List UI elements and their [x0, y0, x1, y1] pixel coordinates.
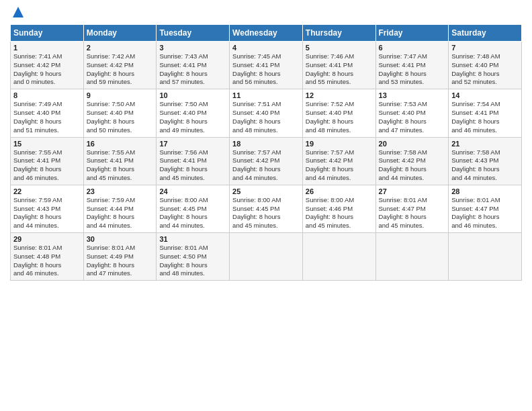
day-number: 25: [232, 187, 300, 195]
calendar-cell: 17Sunrise: 7:56 AMSunset: 4:41 PMDayligh…: [157, 137, 230, 185]
calendar-table: SundayMondayTuesdayWednesdayThursdayFrid…: [10, 24, 522, 281]
day-number: 1: [13, 44, 81, 52]
calendar-cell: 12Sunrise: 7:52 AMSunset: 4:40 PMDayligh…: [302, 89, 375, 137]
day-number: 13: [379, 91, 446, 99]
header: [10, 7, 522, 19]
day-number: 12: [306, 91, 373, 99]
calendar-week-3: 15Sunrise: 7:55 AMSunset: 4:41 PMDayligh…: [11, 137, 522, 185]
calendar-cell: 18Sunrise: 7:57 AMSunset: 4:42 PMDayligh…: [230, 137, 303, 185]
calendar-cell: 13Sunrise: 7:53 AMSunset: 4:40 PMDayligh…: [375, 89, 449, 137]
day-number: 4: [232, 44, 300, 52]
day-number: 19: [306, 140, 373, 148]
calendar-cell: 11Sunrise: 7:51 AMSunset: 4:40 PMDayligh…: [230, 89, 303, 137]
calendar-cell: 27Sunrise: 8:01 AMSunset: 4:47 PMDayligh…: [375, 185, 449, 232]
calendar-cell: 7Sunrise: 7:48 AMSunset: 4:40 PMDaylight…: [449, 42, 522, 89]
calendar-header-row: SundayMondayTuesdayWednesdayThursdayFrid…: [11, 25, 522, 42]
calendar-page: SundayMondayTuesdayWednesdayThursdayFrid…: [0, 0, 532, 411]
day-number: 11: [232, 91, 300, 99]
day-info: Sunrise: 7:48 AMSunset: 4:40 PMDaylight:…: [451, 52, 519, 87]
day-info: Sunrise: 7:56 AMSunset: 4:41 PMDaylight:…: [159, 148, 226, 183]
day-info: Sunrise: 7:54 AMSunset: 4:41 PMDaylight:…: [451, 100, 519, 134]
day-number: 5: [306, 44, 373, 52]
calendar-cell: 15Sunrise: 7:55 AMSunset: 4:41 PMDayligh…: [11, 137, 84, 185]
calendar-cell: 19Sunrise: 7:57 AMSunset: 4:42 PMDayligh…: [302, 137, 375, 185]
day-info: Sunrise: 7:50 AMSunset: 4:40 PMDaylight:…: [87, 100, 154, 134]
day-info: Sunrise: 7:53 AMSunset: 4:40 PMDaylight:…: [379, 100, 446, 134]
calendar-cell: 30Sunrise: 8:01 AMSunset: 4:49 PMDayligh…: [83, 233, 157, 281]
calendar-cell: 20Sunrise: 7:58 AMSunset: 4:42 PMDayligh…: [375, 137, 449, 185]
day-info: Sunrise: 7:42 AMSunset: 4:42 PMDaylight:…: [87, 52, 154, 87]
day-number: 8: [13, 91, 81, 99]
calendar-cell: 9Sunrise: 7:50 AMSunset: 4:40 PMDaylight…: [83, 89, 157, 137]
day-info: Sunrise: 7:58 AMSunset: 4:43 PMDaylight:…: [451, 148, 519, 183]
day-number: 6: [379, 44, 446, 52]
day-info: Sunrise: 7:58 AMSunset: 4:42 PMDaylight:…: [379, 148, 446, 183]
day-number: 21: [451, 140, 519, 148]
calendar-week-2: 8Sunrise: 7:49 AMSunset: 4:40 PMDaylight…: [11, 89, 522, 137]
day-number: 9: [87, 91, 154, 99]
day-number: 26: [306, 187, 373, 195]
day-info: Sunrise: 7:51 AMSunset: 4:40 PMDaylight:…: [232, 100, 300, 134]
calendar-cell: 10Sunrise: 7:50 AMSunset: 4:40 PMDayligh…: [157, 89, 230, 137]
day-info: Sunrise: 7:55 AMSunset: 4:41 PMDaylight:…: [13, 148, 81, 183]
calendar-cell: 2Sunrise: 7:42 AMSunset: 4:42 PMDaylight…: [83, 42, 157, 89]
day-number: 18: [232, 140, 300, 148]
day-info: Sunrise: 8:00 AMSunset: 4:46 PMDaylight:…: [306, 196, 373, 230]
day-number: 29: [13, 235, 81, 243]
logo-icon: [11, 5, 25, 19]
day-header-monday: Monday: [83, 25, 157, 42]
day-header-thursday: Thursday: [302, 25, 375, 42]
day-number: 2: [87, 44, 154, 52]
day-header-saturday: Saturday: [449, 25, 522, 42]
day-number: 20: [379, 140, 446, 148]
day-info: Sunrise: 7:59 AMSunset: 4:44 PMDaylight:…: [87, 196, 154, 230]
day-info: Sunrise: 7:52 AMSunset: 4:40 PMDaylight:…: [306, 100, 373, 134]
day-number: 27: [379, 187, 446, 195]
calendar-cell: 6Sunrise: 7:47 AMSunset: 4:41 PMDaylight…: [375, 42, 449, 89]
calendar-week-4: 22Sunrise: 7:59 AMSunset: 4:43 PMDayligh…: [11, 185, 522, 232]
day-number: 10: [159, 91, 226, 99]
day-number: 14: [451, 91, 519, 99]
day-number: 15: [13, 140, 81, 148]
day-info: Sunrise: 7:46 AMSunset: 4:41 PMDaylight:…: [306, 52, 373, 87]
calendar-cell: 21Sunrise: 7:58 AMSunset: 4:43 PMDayligh…: [449, 137, 522, 185]
day-number: 31: [159, 235, 226, 243]
logo: [10, 7, 25, 19]
day-number: 22: [13, 187, 81, 195]
day-number: 7: [451, 44, 519, 52]
calendar-cell: 8Sunrise: 7:49 AMSunset: 4:40 PMDaylight…: [11, 89, 84, 137]
day-number: 24: [159, 187, 226, 195]
day-info: Sunrise: 7:49 AMSunset: 4:40 PMDaylight:…: [13, 100, 81, 134]
day-info: Sunrise: 7:57 AMSunset: 4:42 PMDaylight:…: [306, 148, 373, 183]
calendar-cell: 26Sunrise: 8:00 AMSunset: 4:46 PMDayligh…: [302, 185, 375, 232]
day-info: Sunrise: 7:47 AMSunset: 4:41 PMDaylight:…: [379, 52, 446, 87]
day-info: Sunrise: 7:41 AMSunset: 4:42 PMDaylight:…: [13, 52, 81, 87]
day-info: Sunrise: 8:00 AMSunset: 4:45 PMDaylight:…: [232, 196, 300, 230]
day-info: Sunrise: 8:01 AMSunset: 4:47 PMDaylight:…: [451, 196, 519, 230]
day-info: Sunrise: 8:01 AMSunset: 4:47 PMDaylight:…: [379, 196, 446, 230]
day-info: Sunrise: 7:57 AMSunset: 4:42 PMDaylight:…: [232, 148, 300, 183]
day-header-friday: Friday: [375, 25, 449, 42]
svg-marker-0: [13, 7, 24, 17]
calendar-cell: [302, 233, 375, 281]
calendar-cell: [449, 233, 522, 281]
day-number: 17: [159, 140, 226, 148]
day-info: Sunrise: 7:43 AMSunset: 4:41 PMDaylight:…: [159, 52, 226, 87]
calendar-cell: 29Sunrise: 8:01 AMSunset: 4:48 PMDayligh…: [11, 233, 84, 281]
day-info: Sunrise: 8:01 AMSunset: 4:49 PMDaylight:…: [87, 244, 154, 278]
calendar-cell: 16Sunrise: 7:55 AMSunset: 4:41 PMDayligh…: [83, 137, 157, 185]
day-info: Sunrise: 7:50 AMSunset: 4:40 PMDaylight:…: [159, 100, 226, 134]
calendar-cell: 1Sunrise: 7:41 AMSunset: 4:42 PMDaylight…: [11, 42, 84, 89]
day-info: Sunrise: 7:45 AMSunset: 4:41 PMDaylight:…: [232, 52, 300, 87]
calendar-cell: 23Sunrise: 7:59 AMSunset: 4:44 PMDayligh…: [83, 185, 157, 232]
calendar-cell: 14Sunrise: 7:54 AMSunset: 4:41 PMDayligh…: [449, 89, 522, 137]
day-info: Sunrise: 7:59 AMSunset: 4:43 PMDaylight:…: [13, 196, 81, 230]
day-header-tuesday: Tuesday: [157, 25, 230, 42]
day-header-wednesday: Wednesday: [230, 25, 303, 42]
calendar-cell: [375, 233, 449, 281]
day-info: Sunrise: 8:00 AMSunset: 4:45 PMDaylight:…: [159, 196, 226, 230]
day-number: 23: [87, 187, 154, 195]
calendar-cell: 31Sunrise: 8:01 AMSunset: 4:50 PMDayligh…: [157, 233, 230, 281]
day-info: Sunrise: 8:01 AMSunset: 4:48 PMDaylight:…: [13, 244, 81, 278]
day-info: Sunrise: 8:01 AMSunset: 4:50 PMDaylight:…: [159, 244, 226, 278]
